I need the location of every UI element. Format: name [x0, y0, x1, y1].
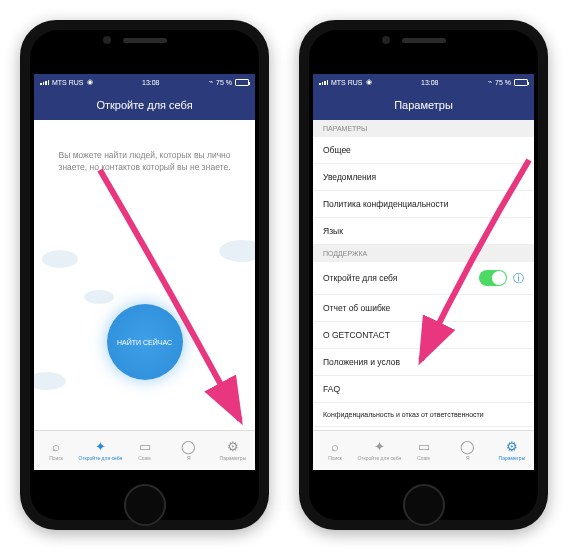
battery-pct: 75 % — [216, 79, 232, 86]
section-params: ПАРАМЕТРЫ — [313, 120, 534, 137]
wifi-icon: ◉ — [366, 78, 372, 86]
tab-me[interactable]: ◯Я — [446, 431, 490, 470]
home-button[interactable] — [403, 484, 445, 526]
tab-bar: ⌕Поиск ✦Откройте для себя ▭Спам ◯Я ⚙Пара… — [313, 430, 534, 470]
status-bar: MTS RUS ◉ 13:08 ⌁ 75 % — [313, 74, 534, 90]
phone-right: MTS RUS ◉ 13:08 ⌁ 75 % Параметры ПАРАМЕТ… — [299, 20, 548, 530]
discover-content: Вы можете найти людей, которых вы лично … — [34, 120, 255, 430]
wifi-icon: ◉ — [87, 78, 93, 86]
row-language[interactable]: Язык — [313, 218, 534, 245]
cloud-decoration — [219, 240, 255, 262]
discover-description: Вы можете найти людей, которых вы лично … — [34, 120, 255, 184]
carrier-label: MTS RUS — [331, 79, 363, 86]
phone-speaker — [402, 38, 446, 43]
bluetooth-icon: ⌁ — [209, 78, 213, 86]
row-discover[interactable]: Откройте для себя ⓘ — [313, 262, 534, 295]
row-bug-report[interactable]: Отчет об ошибке — [313, 295, 534, 322]
tab-me[interactable]: ◯Я — [167, 431, 211, 470]
spam-icon: ▭ — [418, 440, 430, 453]
tab-search[interactable]: ⌕Поиск — [313, 431, 357, 470]
signal-icon — [319, 80, 328, 85]
row-notifications[interactable]: Уведомления — [313, 164, 534, 191]
row-about[interactable]: О GETCONTACT — [313, 322, 534, 349]
phone-speaker — [123, 38, 167, 43]
clock: 13:08 — [142, 79, 160, 86]
row-delete-account[interactable]: Удалить аккаунт — [313, 427, 534, 430]
status-bar: MTS RUS ◉ 13:08 ⌁ 75 % — [34, 74, 255, 90]
row-general[interactable]: Общее — [313, 137, 534, 164]
tab-settings[interactable]: ⚙Параметры — [490, 431, 534, 470]
tab-search[interactable]: ⌕Поиск — [34, 431, 78, 470]
cloud-decoration — [42, 250, 78, 268]
search-icon: ⌕ — [331, 440, 339, 453]
person-icon: ◯ — [460, 440, 475, 453]
bluetooth-icon: ⌁ — [488, 78, 492, 86]
tab-bar: ⌕Поиск ✦Откройте для себя ▭Спам ◯Я ⚙Пара… — [34, 430, 255, 470]
tab-discover[interactable]: ✦Откройте для себя — [78, 431, 122, 470]
tab-spam[interactable]: ▭Спам — [401, 431, 445, 470]
info-icon[interactable]: ⓘ — [513, 271, 524, 286]
battery-icon — [235, 79, 249, 86]
home-button[interactable] — [124, 484, 166, 526]
phone-camera — [382, 36, 390, 44]
carrier-label: MTS RUS — [52, 79, 84, 86]
clock: 13:08 — [421, 79, 439, 86]
spam-icon: ▭ — [139, 440, 151, 453]
tab-settings[interactable]: ⚙Параметры — [211, 431, 255, 470]
cloud-decoration — [34, 372, 66, 390]
tab-discover[interactable]: ✦Откройте для себя — [357, 431, 401, 470]
gear-icon: ⚙ — [506, 440, 518, 453]
gear-icon: ⚙ — [227, 440, 239, 453]
compass-icon: ✦ — [374, 440, 385, 453]
row-faq[interactable]: FAQ — [313, 376, 534, 403]
cloud-decoration — [84, 290, 114, 304]
person-icon: ◯ — [181, 440, 196, 453]
settings-content: ПАРАМЕТРЫ Общее Уведомления Политика кон… — [313, 120, 534, 430]
signal-icon — [40, 80, 49, 85]
section-support: ПОДДЕРЖКА — [313, 245, 534, 262]
nav-title: Параметры — [313, 90, 534, 120]
discover-toggle[interactable] — [479, 270, 507, 286]
search-icon: ⌕ — [52, 440, 60, 453]
battery-pct: 75 % — [495, 79, 511, 86]
battery-icon — [514, 79, 528, 86]
phone-left: MTS RUS ◉ 13:08 ⌁ 75 % Откройте для себя… — [20, 20, 269, 530]
tab-spam[interactable]: ▭Спам — [122, 431, 166, 470]
row-privacy-policy[interactable]: Политика конфиденциальности — [313, 191, 534, 218]
row-terms[interactable]: Положения и услов — [313, 349, 534, 376]
nav-title: Откройте для себя — [34, 90, 255, 120]
find-now-button[interactable]: НАЙТИ СЕЙЧАС — [107, 304, 183, 380]
compass-icon: ✦ — [95, 440, 106, 453]
row-disclaimer[interactable]: Конфиденциальность и отказ от ответствен… — [313, 403, 534, 427]
phone-camera — [103, 36, 111, 44]
